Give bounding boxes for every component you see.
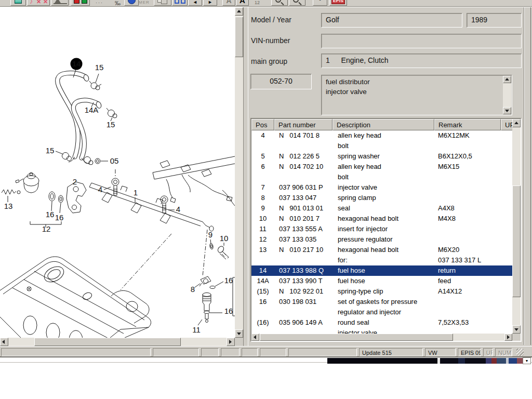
- diagram-callout[interactable]: 16: [55, 213, 64, 222]
- degree-button[interactable]: °: [313, 0, 327, 6]
- dots-icon: ···: [96, 0, 106, 6]
- cut-icon-2: ✕: [43, 0, 48, 5]
- table-row[interactable]: bolt: [251, 141, 512, 151]
- description-scrollbar[interactable]: [503, 76, 511, 114]
- year-field[interactable]: 1989: [467, 13, 522, 28]
- info-button[interactable]: [124, 0, 139, 6]
- model-field[interactable]: Golf: [321, 13, 462, 28]
- diagram-callout[interactable]: 15: [95, 63, 104, 72]
- desktop-area: ▼: [0, 357, 532, 399]
- table-row[interactable]: 13N 010 217 10hexagonal head boltM6X20: [251, 245, 512, 255]
- table-horizontal-scrollbar[interactable]: [251, 334, 512, 341]
- diagram-callout[interactable]: 9: [208, 230, 212, 239]
- main-group-field[interactable]: 1 Engine, Clutch: [321, 54, 522, 68]
- print-button[interactable]: [51, 0, 69, 6]
- blue-squares-icon: [175, 0, 179, 4]
- diagram-callout[interactable]: 10: [220, 234, 229, 243]
- column-header: Description: [332, 119, 434, 130]
- cut-icon: ✕: [36, 0, 41, 5]
- table-row[interactable]: 6N 014 702 10allen key headM6X15: [251, 162, 512, 172]
- table-row[interactable]: bolt: [251, 172, 512, 182]
- section-desc-line: injector valve: [326, 87, 512, 97]
- zoom-out-button[interactable]: [289, 0, 305, 6]
- frames-button[interactable]: [154, 0, 171, 6]
- diagram-callout[interactable]: 12: [42, 224, 51, 233]
- diagram-callout[interactable]: 05: [110, 156, 119, 165]
- table-row[interactable]: 11037 133 555 Ainsert for injector: [251, 224, 512, 234]
- table-row[interactable]: 5N 012 226 5spring washerB6X12X0,5: [251, 151, 512, 162]
- main-group-number: 1: [326, 56, 330, 64]
- section-description-box[interactable]: fuel distributor injector valve: [321, 75, 512, 115]
- prev-button[interactable]: ◄: [188, 0, 202, 6]
- diagram-callout[interactable]: 2: [73, 177, 77, 186]
- diagram-callout[interactable]: 13: [4, 202, 13, 210]
- red-square-icon: [74, 0, 79, 4]
- status-uf: UF: [483, 348, 493, 356]
- chevron-down-icon[interactable]: ▼: [523, 357, 531, 364]
- column-header: Part number: [274, 119, 332, 130]
- diagram-horizontal-scrollbar[interactable]: [0, 338, 235, 346]
- print-icon: [54, 3, 67, 4]
- next-button[interactable]: ►: [203, 0, 217, 6]
- table-row[interactable]: 10N 010 201 7hexagonal head boltM4X8: [251, 214, 512, 224]
- diagram-callout[interactable]: 4: [176, 205, 180, 214]
- status-brand: VW: [425, 348, 456, 356]
- zoom-in-button[interactable]: +: [271, 0, 288, 6]
- diagram-callout[interactable]: 14: [72, 59, 81, 68]
- font-a-icon: A: [223, 0, 235, 5]
- epis-icon: EPIS: [331, 0, 345, 4]
- diagram-callout[interactable]: 15: [46, 146, 55, 155]
- green-square-icon: [82, 0, 87, 4]
- diagram-callout[interactable]: 8: [191, 285, 195, 294]
- status-cell: [153, 348, 199, 356]
- epis-window: ♪ ✕ ✕ ··· ‰ MER ◄ ► A A 12: [0, 0, 532, 357]
- table-row[interactable]: for:037 133 317 L: [251, 255, 512, 265]
- pane-splitter[interactable]: [243, 7, 248, 346]
- font-small-button[interactable]: A: [222, 0, 235, 6]
- diagram-vertical-scrollbar[interactable]: [235, 7, 243, 338]
- diagram-callout[interactable]: 11: [192, 325, 201, 334]
- table-row[interactable]: injector valve: [251, 328, 512, 334]
- diagram-callout[interactable]: 16: [46, 210, 55, 219]
- status-cell: [1, 348, 151, 356]
- table-row[interactable]: 8037 133 047spring clamp: [251, 193, 512, 203]
- table-row[interactable]: (16)035 906 149 Around seal7,52X3,53: [251, 317, 512, 328]
- notes-button[interactable]: [10, 0, 26, 6]
- column-header: Remark: [434, 119, 501, 130]
- table-row[interactable]: 14A037 133 990 Tfuel hosefeed: [251, 276, 512, 286]
- resize-grip[interactable]: [516, 349, 524, 356]
- diagram-callouts: 141514A1515052414131616129108161611: [4, 58, 233, 335]
- diagram-callout[interactable]: 16: [224, 307, 233, 315]
- vin-field[interactable]: [321, 34, 522, 48]
- table-row[interactable]: 7037 906 031 Pinjector valve: [251, 182, 512, 193]
- table-row[interactable]: 9N 901 013 01sealA4X8: [251, 203, 512, 214]
- diagram-callout[interactable]: 16: [224, 276, 233, 285]
- font-large-button[interactable]: A: [236, 0, 249, 6]
- diagram-pane[interactable]: 141514A1515052414131616129108161611: [0, 7, 235, 338]
- epis-button[interactable]: EPIS: [329, 0, 347, 6]
- table-row[interactable]: 4N 014 701 8allen key headM6X12MK: [251, 130, 512, 141]
- background-photo: [327, 358, 523, 364]
- status-cell: [288, 348, 357, 356]
- table-row[interactable]: 12037 133 035pressure regulator: [251, 234, 512, 245]
- table-row[interactable]: 14037 133 988 Qfuel hosereturn: [251, 265, 512, 276]
- table-header: PosPart numberDescriptionRemarkUP: [251, 119, 522, 130]
- diagram-callout[interactable]: 1: [134, 188, 138, 197]
- table-row[interactable]: (15)N 102 922 01spring-type clipA14X12: [251, 286, 512, 297]
- color-view-button[interactable]: [71, 0, 90, 6]
- status-update: Update 515: [359, 348, 423, 356]
- diagram-callout[interactable]: 14A: [85, 105, 99, 114]
- diagram-callout[interactable]: 15: [107, 120, 115, 129]
- windows-button[interactable]: [172, 0, 188, 6]
- status-cell: [221, 348, 240, 356]
- table-row[interactable]: 16030 198 031set of gaskets for pressure: [251, 297, 512, 307]
- diagram-callout[interactable]: 4: [98, 185, 102, 194]
- cut-button[interactable]: ♪ ✕ ✕: [27, 0, 50, 6]
- table-scrollbar-corner: [512, 334, 521, 341]
- toolbar: ♪ ✕ ✕ ··· ‰ MER ◄ ► A A 12: [0, 0, 532, 6]
- table-vertical-scrollbar[interactable]: [512, 119, 521, 334]
- status-cell: [242, 348, 258, 356]
- status-bar: Update 515 VW EPIS 092 UF NUM: [0, 346, 532, 356]
- table-row[interactable]: regulator and injector: [251, 307, 512, 317]
- section-code-box[interactable]: 052-70: [250, 74, 312, 89]
